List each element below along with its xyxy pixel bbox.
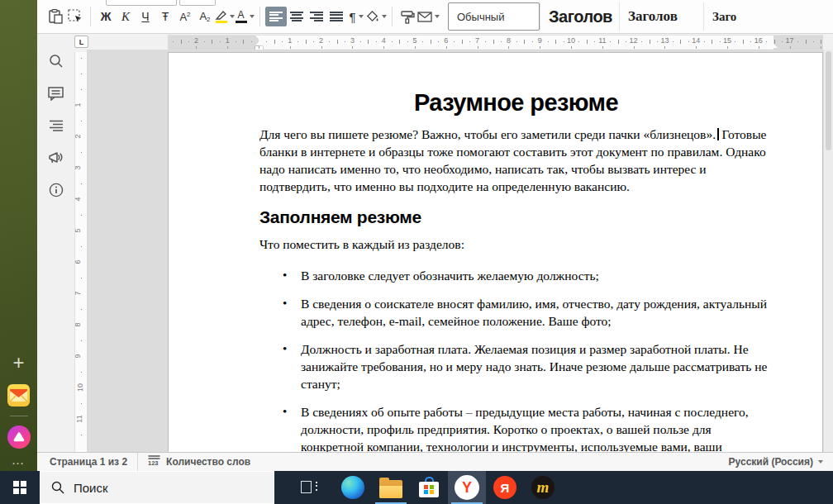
font-color-swatch [236, 21, 247, 23]
search-icon [51, 481, 64, 494]
copy-style-icon[interactable] [397, 5, 417, 28]
yandex-icon: Я [493, 476, 516, 499]
list-item: В заголовке следует обозначить желаемую … [301, 267, 773, 284]
align-center-button[interactable] [287, 5, 307, 28]
toolbar-separator [259, 7, 260, 26]
toolbar-separator [392, 7, 393, 26]
edge-icon [341, 476, 364, 499]
navigation-headings-icon[interactable] [48, 117, 64, 134]
file-explorer-icon [379, 480, 402, 498]
ruler-right-margin [774, 36, 823, 50]
search-placeholder: Поиск [74, 481, 108, 495]
toolbar-separator [90, 7, 91, 26]
yandex-mail-icon[interactable] [7, 384, 30, 407]
page-indicator[interactable]: Страница 1 из 2 [50, 456, 127, 468]
paragraph-1: Для чего вы пишете резюме? Важно, чтобы … [259, 126, 773, 195]
list-item: Должность и заработная плата. Желаемая п… [301, 340, 773, 392]
chevron-down-icon[interactable] [435, 15, 440, 18]
browser-side-panel: + ... [0, 0, 37, 471]
shading-button[interactable] [366, 5, 387, 28]
italic-button[interactable]: К [116, 5, 136, 28]
chevron-down-icon[interactable] [818, 460, 823, 464]
comments-icon[interactable] [48, 85, 64, 102]
document-canvas[interactable]: Разумное резюме Для чего вы пишете резюм… [87, 50, 823, 452]
scrollbar-thumb[interactable] [826, 51, 831, 150]
style-normal[interactable]: Обычный [448, 2, 540, 31]
more-options-icon[interactable]: ... [12, 456, 25, 466]
strikethrough-button[interactable]: Ŧ [155, 5, 175, 28]
paste-icon[interactable] [45, 5, 65, 28]
workspace: 1234567891011 Разумное резюме Для чего в… [37, 50, 833, 452]
statusbar-separator [137, 453, 138, 471]
justify-button[interactable] [326, 5, 346, 28]
highlight-color-button[interactable] [215, 5, 235, 28]
svg-text:123: 123 [148, 459, 159, 466]
ruler-left-margin [168, 36, 259, 50]
underline-button[interactable]: Ч [136, 5, 155, 28]
chevron-down-icon[interactable] [250, 15, 255, 18]
ruler-row: L 211234567891011121314151617 [37, 34, 833, 50]
style-heading2[interactable]: Заголов [619, 2, 703, 31]
search-icon[interactable] [48, 53, 64, 69]
nonprinting-characters-button[interactable]: ¶ [346, 5, 366, 28]
chevron-down-icon[interactable] [359, 15, 364, 18]
microsoft-store-icon [419, 477, 439, 498]
select-tool-icon[interactable] [65, 5, 85, 28]
intro-line: Что поместить в каждый из разделов: [259, 235, 773, 253]
m-logo-icon: m [531, 476, 555, 499]
yandex-browser-icon: Y [455, 475, 479, 500]
yandex-browser-button[interactable]: Y [448, 471, 486, 504]
mail-merge-icon[interactable] [417, 5, 440, 28]
status-bar: Страница 1 из 2 123 Количество слов Русс… [37, 452, 833, 471]
document-page[interactable]: Разумное резюме Для чего вы пишете резюм… [168, 52, 823, 452]
left-tool-panel [37, 50, 74, 452]
edge-button[interactable] [334, 471, 372, 504]
yandex-app-button[interactable]: Я [486, 471, 524, 504]
horizontal-ruler[interactable]: 211234567891011121314151617 [168, 35, 823, 49]
align-right-button[interactable] [307, 5, 326, 28]
task-view-icon [299, 481, 317, 494]
document-editor: Ж К Ч Ŧ А2 А2 А [37, 0, 833, 471]
list-item: В сведениях об опыте работы – предыдущие… [301, 403, 773, 452]
bold-button[interactable]: Ж [96, 5, 116, 28]
list-item: В сведения о соискателе вносят фамилию, … [301, 295, 773, 330]
align-left-button[interactable] [265, 7, 287, 26]
word-count-icon[interactable]: 123 [148, 455, 160, 468]
taskbar-search-input[interactable]: Поиск [40, 471, 274, 504]
subscript-button[interactable]: А2 [195, 5, 215, 28]
feedback-icon[interactable] [48, 150, 64, 166]
vertical-ruler[interactable]: 1234567891011 [74, 52, 87, 452]
microsoft-store-button[interactable] [410, 471, 448, 504]
document-title: Разумное резюме [259, 89, 773, 116]
highlight-color-swatch [216, 21, 227, 23]
windows-taskbar: Поиск Y Я m [0, 471, 833, 504]
superscript-button[interactable]: А2 [175, 5, 195, 28]
bullet-list: В заголовке следует обозначить желаемую … [259, 267, 773, 452]
file-explorer-button[interactable] [372, 471, 410, 504]
language-selector[interactable]: Русский (Россия) [729, 456, 813, 468]
word-count-label[interactable]: Количество слов [166, 456, 250, 468]
style-heading3[interactable]: Заго [703, 2, 833, 31]
m-app-button[interactable]: m [524, 471, 562, 504]
add-icon[interactable]: + [12, 353, 24, 373]
alice-assistant-icon[interactable] [7, 426, 31, 449]
task-view-button[interactable] [289, 471, 327, 504]
font-color-button[interactable]: А [235, 5, 255, 28]
tab-stop-selector[interactable]: L [74, 36, 88, 48]
style-gallery: Обычный Заголов Заголов Заго [448, 0, 833, 33]
about-icon[interactable] [48, 182, 64, 198]
vertical-scrollbar[interactable] [823, 50, 833, 452]
start-button[interactable] [0, 471, 40, 504]
windows-logo-icon [13, 481, 26, 494]
formatting-toolbar: Ж К Ч Ŧ А2 А2 А [37, 0, 833, 34]
panel-divider [10, 416, 28, 416]
screen: + ... [0, 0, 833, 504]
chevron-down-icon[interactable] [382, 15, 387, 18]
document-heading2: Заполняем резюме [259, 207, 773, 227]
style-heading1[interactable]: Заголов [540, 2, 619, 31]
